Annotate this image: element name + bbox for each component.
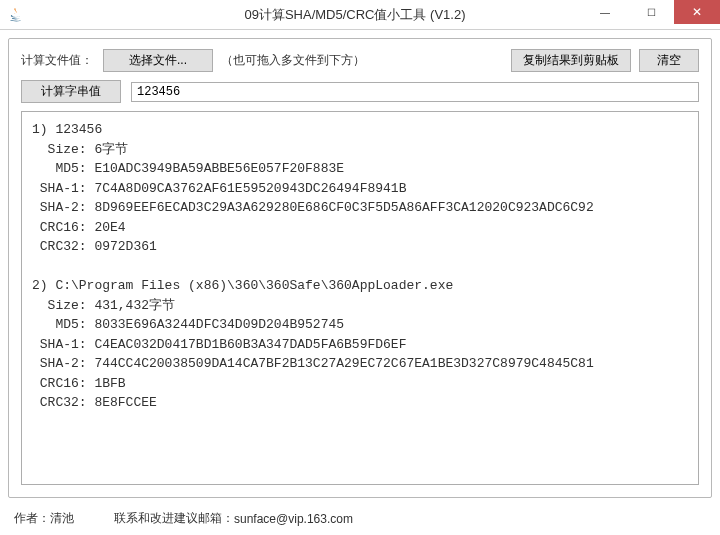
- close-button[interactable]: ✕: [674, 0, 720, 24]
- author-label: 作者：清池: [14, 510, 74, 527]
- footer: 作者：清池 联系和改进建议邮箱： sunface@vip.163.com: [0, 506, 720, 535]
- drag-hint: （也可拖入多文件到下方）: [221, 52, 365, 69]
- contact-email: sunface@vip.163.com: [234, 512, 353, 526]
- calc-string-button[interactable]: 计算字串值: [21, 80, 121, 103]
- main-panel: 计算文件值： 选择文件... （也可拖入多文件到下方） 复制结果到剪贴板 清空 …: [8, 38, 712, 498]
- string-row: 计算字串值: [21, 80, 699, 103]
- file-row: 计算文件值： 选择文件... （也可拖入多文件到下方） 复制结果到剪贴板 清空: [21, 49, 699, 72]
- results-output[interactable]: 1) 123456 Size: 6字节 MD5: E10ADC3949BA59A…: [21, 111, 699, 485]
- select-file-button[interactable]: 选择文件...: [103, 49, 213, 72]
- copy-result-button[interactable]: 复制结果到剪贴板: [511, 49, 631, 72]
- string-input[interactable]: [131, 82, 699, 102]
- file-label: 计算文件值：: [21, 52, 93, 69]
- minimize-button[interactable]: —: [582, 0, 628, 24]
- titlebar: 09计算SHA/MD5/CRC值小工具 (V1.2) — ☐ ✕: [0, 0, 720, 30]
- java-icon: [8, 7, 24, 23]
- contact-label: 联系和改进建议邮箱：: [114, 510, 234, 527]
- window-controls: — ☐ ✕: [582, 0, 720, 24]
- maximize-button[interactable]: ☐: [628, 0, 674, 24]
- clear-button[interactable]: 清空: [639, 49, 699, 72]
